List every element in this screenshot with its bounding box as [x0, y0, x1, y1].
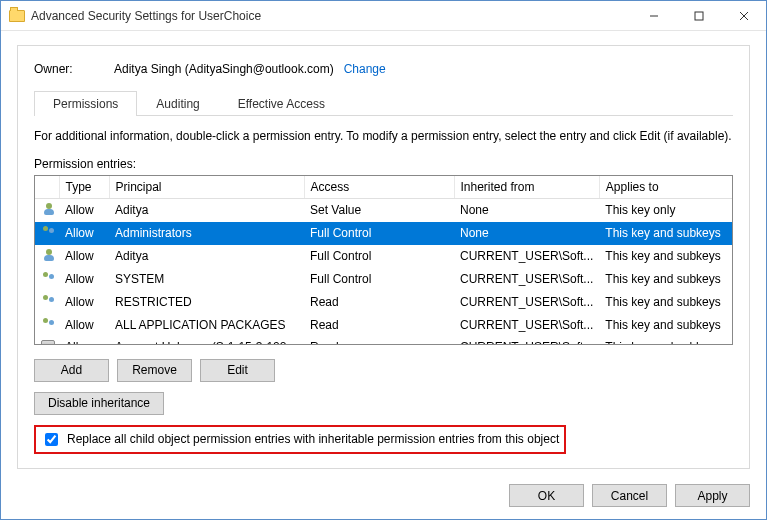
- cell-principal: SYSTEM: [109, 268, 304, 291]
- cell-principal: Aditya: [109, 245, 304, 268]
- cell-inherited: CURRENT_USER\Soft...: [454, 291, 599, 314]
- tabs: Permissions Auditing Effective Access: [34, 90, 733, 116]
- tab-effective-access[interactable]: Effective Access: [219, 91, 344, 116]
- col-type[interactable]: Type: [59, 176, 109, 199]
- content-panel: Owner: Aditya Singh (AdityaSingh@outlook…: [17, 45, 750, 469]
- col-inherited[interactable]: Inherited from: [454, 176, 599, 199]
- disable-inheritance-button[interactable]: Disable inheritance: [34, 392, 164, 415]
- cell-inherited: CURRENT_USER\Soft...: [454, 268, 599, 291]
- owner-label: Owner:: [34, 62, 114, 76]
- replace-children-highlight: Replace all child object permission entr…: [34, 425, 566, 454]
- permissions-table[interactable]: Type Principal Access Inherited from App…: [34, 175, 733, 345]
- add-button[interactable]: Add: [34, 359, 109, 382]
- cell-access: Set Value: [304, 198, 454, 222]
- table-header-row: Type Principal Access Inherited from App…: [35, 176, 732, 199]
- cell-inherited: CURRENT_USER\Soft...: [454, 337, 599, 345]
- tab-permissions[interactable]: Permissions: [34, 91, 137, 116]
- table-row[interactable]: AllowAdministratorsFull ControlNoneThis …: [35, 222, 732, 245]
- table-row[interactable]: AllowAdityaSet ValueNoneThis key only: [35, 198, 732, 222]
- apply-button[interactable]: Apply: [675, 484, 750, 507]
- cell-type: Allow: [59, 198, 109, 222]
- cell-type: Allow: [59, 337, 109, 345]
- col-applies[interactable]: Applies to: [599, 176, 732, 199]
- dialog-footer: OK Cancel Apply: [509, 484, 750, 507]
- cell-inherited: CURRENT_USER\Soft...: [454, 245, 599, 268]
- titlebar: Advanced Security Settings for UserChoic…: [1, 1, 766, 31]
- permission-entries-label: Permission entries:: [34, 157, 733, 171]
- cell-applies: This key and subkeys: [599, 268, 732, 291]
- table-row[interactable]: AllowAccount Unknown(S-1-15-3-102...Read…: [35, 337, 732, 345]
- table-row[interactable]: AllowRESTRICTEDReadCURRENT_USER\Soft...T…: [35, 291, 732, 314]
- cell-type: Allow: [59, 268, 109, 291]
- cell-access: Full Control: [304, 268, 454, 291]
- cell-applies: This key and subkeys: [599, 222, 732, 245]
- window-title: Advanced Security Settings for UserChoic…: [31, 9, 631, 23]
- cell-applies: This key and subkeys: [599, 314, 732, 337]
- principal-icon: [41, 340, 55, 345]
- principal-icon: [41, 224, 57, 240]
- cell-inherited: None: [454, 222, 599, 245]
- principal-icon: [41, 316, 57, 332]
- svg-rect-1: [695, 12, 703, 20]
- ok-button[interactable]: OK: [509, 484, 584, 507]
- cell-principal: Administrators: [109, 222, 304, 245]
- cell-applies: This key and subkeys: [599, 337, 732, 345]
- window-controls: [631, 1, 766, 30]
- entry-buttons: Add Remove Edit: [34, 359, 733, 382]
- principal-icon: [41, 270, 57, 286]
- cell-applies: This key and subkeys: [599, 245, 732, 268]
- principal-icon: [41, 201, 57, 217]
- col-principal[interactable]: Principal: [109, 176, 304, 199]
- instructions-text: For additional information, double-click…: [34, 128, 733, 145]
- cell-access: Full Control: [304, 222, 454, 245]
- security-settings-window: Advanced Security Settings for UserChoic…: [0, 0, 767, 520]
- principal-icon: [41, 293, 57, 309]
- cell-access: Read: [304, 291, 454, 314]
- replace-children-label: Replace all child object permission entr…: [67, 432, 559, 446]
- cell-applies: This key and subkeys: [599, 291, 732, 314]
- close-button[interactable]: [721, 1, 766, 30]
- cell-applies: This key only: [599, 198, 732, 222]
- table-row[interactable]: AllowALL APPLICATION PACKAGESReadCURRENT…: [35, 314, 732, 337]
- table-row[interactable]: AllowSYSTEMFull ControlCURRENT_USER\Soft…: [35, 268, 732, 291]
- remove-button[interactable]: Remove: [117, 359, 192, 382]
- cell-inherited: CURRENT_USER\Soft...: [454, 314, 599, 337]
- maximize-button[interactable]: [676, 1, 721, 30]
- col-icon[interactable]: [35, 176, 59, 199]
- minimize-button[interactable]: [631, 1, 676, 30]
- cell-access: Read: [304, 314, 454, 337]
- cancel-button[interactable]: Cancel: [592, 484, 667, 507]
- replace-children-checkbox[interactable]: [45, 433, 58, 446]
- owner-change-link[interactable]: Change: [344, 62, 386, 76]
- owner-value: Aditya Singh (AdityaSingh@outlook.com): [114, 62, 334, 76]
- cell-type: Allow: [59, 314, 109, 337]
- edit-button[interactable]: Edit: [200, 359, 275, 382]
- cell-type: Allow: [59, 222, 109, 245]
- folder-icon: [9, 10, 25, 22]
- cell-inherited: None: [454, 198, 599, 222]
- cell-type: Allow: [59, 291, 109, 314]
- cell-principal: ALL APPLICATION PACKAGES: [109, 314, 304, 337]
- cell-principal: RESTRICTED: [109, 291, 304, 314]
- cell-principal: Account Unknown(S-1-15-3-102...: [109, 337, 304, 345]
- cell-type: Allow: [59, 245, 109, 268]
- table-row[interactable]: AllowAdityaFull ControlCURRENT_USER\Soft…: [35, 245, 732, 268]
- cell-principal: Aditya: [109, 198, 304, 222]
- col-access[interactable]: Access: [304, 176, 454, 199]
- cell-access: Read: [304, 337, 454, 345]
- cell-access: Full Control: [304, 245, 454, 268]
- principal-icon: [41, 247, 57, 263]
- owner-row: Owner: Aditya Singh (AdityaSingh@outlook…: [34, 62, 733, 76]
- tab-auditing[interactable]: Auditing: [137, 91, 218, 116]
